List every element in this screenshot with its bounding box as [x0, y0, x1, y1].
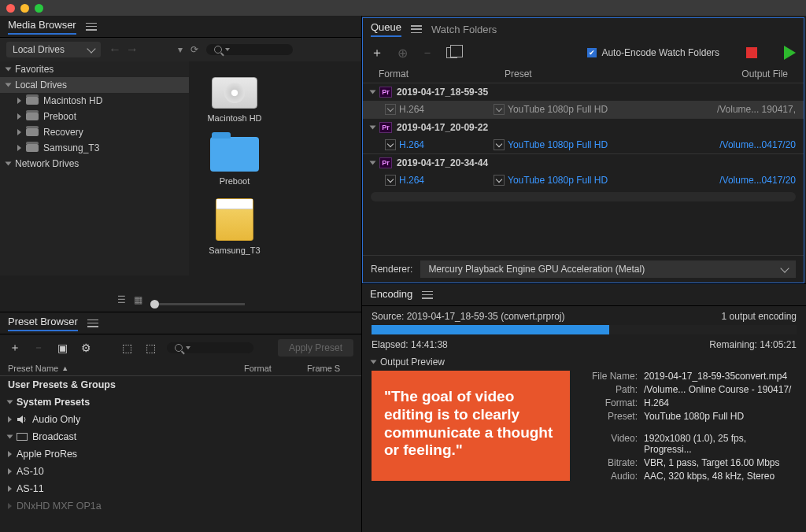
- preview-thumbnail: "The goal of video editing is to clearly…: [372, 371, 570, 481]
- add-output-button[interactable]: ⊕: [396, 46, 409, 61]
- renderer-row: Renderer: Mercury Playback Engine GPU Ac…: [363, 255, 804, 283]
- preset-group-user[interactable]: User Presets & Groups: [0, 376, 361, 393]
- preset-dropdown[interactable]: [494, 139, 505, 150]
- preset-dropdown[interactable]: [494, 175, 505, 186]
- queue-job-group[interactable]: Pr2019-04-17_20-09-22: [363, 118, 804, 136]
- tree-network-drives[interactable]: Network Drives: [0, 156, 189, 172]
- output-path[interactable]: /Volume... 190417,: [704, 104, 796, 115]
- drive-icon: [26, 113, 39, 120]
- queue-job-group[interactable]: Pr2019-04-17_20-34-44: [363, 153, 804, 172]
- col-format[interactable]: Format: [379, 68, 505, 79]
- import-preset-button[interactable]: ⬚: [120, 341, 134, 355]
- nav-back-button[interactable]: ←: [109, 42, 121, 57]
- tree-local-drives[interactable]: Local Drives: [0, 77, 189, 93]
- preset-group-audio[interactable]: Audio Only: [0, 411, 361, 428]
- col-format[interactable]: Format: [244, 364, 307, 373]
- search-options-icon[interactable]: [225, 48, 230, 51]
- chevron-right-icon: [8, 486, 12, 492]
- queue-body: Pr2019-04-17_18-59-35 H.264 YouTube 1080…: [363, 83, 804, 255]
- ssd-icon: [216, 198, 253, 241]
- preset-item[interactable]: AS-10: [0, 463, 361, 480]
- col-output[interactable]: Output File: [725, 68, 788, 79]
- chevron-right-icon: [8, 451, 12, 457]
- panel-menu-icon[interactable]: [411, 25, 422, 33]
- format-dropdown[interactable]: [385, 175, 396, 186]
- maximize-window-icon[interactable]: [35, 4, 43, 13]
- horizontal-scrollbar[interactable]: [371, 192, 796, 201]
- preset-search-input[interactable]: [167, 342, 253, 353]
- renderer-dropdown[interactable]: Mercury Playback Engine GPU Acceleration…: [420, 260, 796, 278]
- queue-output-row[interactable]: H.264 YouTube 1080p Full HD /Volume...04…: [363, 136, 804, 153]
- window-traffic-lights: [0, 0, 806, 16]
- funnel-icon[interactable]: ▾: [178, 44, 183, 55]
- encoding-tab[interactable]: Encoding: [370, 288, 412, 302]
- grid-item-drive[interactable]: Samsung_T3: [198, 195, 271, 255]
- format-dropdown[interactable]: [385, 104, 396, 115]
- search-options-icon[interactable]: [186, 346, 190, 349]
- progress-bar: [372, 325, 797, 334]
- export-preset-button[interactable]: ⬚: [143, 341, 157, 355]
- apply-preset-button[interactable]: Apply Preset: [278, 339, 353, 357]
- preset-dropdown[interactable]: [494, 104, 505, 115]
- preset-group-system[interactable]: System Presets: [0, 393, 361, 411]
- grid-item-folder[interactable]: Preboot: [198, 132, 271, 186]
- drives-dropdown-label: Local Drives: [13, 44, 65, 55]
- tree-favorites[interactable]: Favorites: [0, 61, 189, 77]
- source-value: 2019-04-17_18-59-35 (convert.prproj): [407, 311, 565, 322]
- queue-tab[interactable]: Queue: [371, 21, 401, 37]
- output-path[interactable]: /Volume...0417/20: [704, 175, 796, 186]
- add-source-button[interactable]: ＋: [371, 45, 383, 61]
- minimize-window-icon[interactable]: [20, 4, 29, 13]
- grid-item-drive[interactable]: Macintosh HD: [198, 71, 271, 123]
- media-browser-grid: Macintosh HD Preboot Samsung_T3: [189, 61, 361, 275]
- add-preset-button[interactable]: ＋: [8, 341, 22, 355]
- panel-menu-icon[interactable]: [422, 291, 433, 299]
- queue-output-row[interactable]: H.264 YouTube 1080p Full HD /Volume... 1…: [363, 101, 804, 118]
- media-browser-header: Media Browser: [0, 16, 361, 38]
- preset-item[interactable]: DNxHD MXF OP1a: [0, 497, 361, 515]
- meta-filename: 2019-04-17_18-59-35convert.mp4: [644, 371, 797, 382]
- tree-drive-item[interactable]: Samsung_T3: [0, 140, 189, 156]
- close-window-icon[interactable]: [6, 4, 15, 13]
- stop-queue-button[interactable]: [746, 47, 757, 58]
- meta-video: 1920x1080 (1.0), 25 fps, Progressi...: [644, 433, 797, 455]
- remove-preset-button[interactable]: －: [31, 341, 46, 355]
- col-preset[interactable]: Preset: [505, 68, 725, 79]
- col-frame[interactable]: Frame S: [307, 364, 353, 373]
- media-browser-tab[interactable]: Media Browser: [8, 19, 76, 35]
- output-path[interactable]: /Volume...0417/20: [704, 139, 796, 150]
- queue-output-row[interactable]: H.264 YouTube 1080p Full HD /Volume...04…: [363, 172, 804, 189]
- preset-settings-button[interactable]: ⚙: [79, 341, 93, 355]
- tree-drive-item[interactable]: Macintosh HD: [0, 93, 189, 109]
- new-group-button[interactable]: ▣: [55, 341, 69, 355]
- list-view-icon[interactable]: ☰: [117, 294, 126, 305]
- duplicate-button[interactable]: [446, 47, 457, 58]
- tree-drive-item[interactable]: Recovery: [0, 124, 189, 140]
- drive-icon: [26, 128, 39, 136]
- zoom-slider[interactable]: [150, 303, 245, 305]
- drives-dropdown[interactable]: Local Drives: [6, 42, 101, 57]
- search-input[interactable]: [206, 44, 293, 55]
- preset-browser-tab[interactable]: Preset Browser: [8, 316, 78, 331]
- remove-button[interactable]: －: [421, 45, 434, 61]
- panel-menu-icon[interactable]: [86, 23, 97, 31]
- preset-item[interactable]: AS-11: [0, 480, 361, 497]
- nav-forward-button[interactable]: →: [126, 42, 139, 57]
- tree-drive-item[interactable]: Preboot: [0, 109, 189, 124]
- ingest-icon[interactable]: ⟳: [190, 44, 198, 55]
- preset-item[interactable]: Apple ProRes: [0, 445, 361, 463]
- panel-menu-icon[interactable]: [87, 320, 98, 327]
- output-preview-header[interactable]: Output Preview: [372, 357, 797, 368]
- auto-encode-toggle[interactable]: ✔ Auto-Encode Watch Folders: [587, 47, 719, 58]
- remaining-value: 14:05:21: [760, 339, 797, 350]
- remaining-label: Remaining:: [709, 339, 757, 350]
- thumb-view-icon[interactable]: ▦: [134, 294, 142, 305]
- queue-job-group[interactable]: Pr2019-04-17_18-59-35: [363, 83, 804, 101]
- start-queue-button[interactable]: [784, 46, 796, 60]
- chevron-down-icon: [371, 360, 377, 364]
- preset-group-broadcast[interactable]: Broadcast: [0, 428, 361, 445]
- format-dropdown[interactable]: [385, 139, 396, 150]
- watch-folders-tab[interactable]: Watch Folders: [431, 24, 497, 35]
- col-preset-name[interactable]: Preset Name: [8, 364, 58, 373]
- chevron-down-icon: [6, 162, 12, 166]
